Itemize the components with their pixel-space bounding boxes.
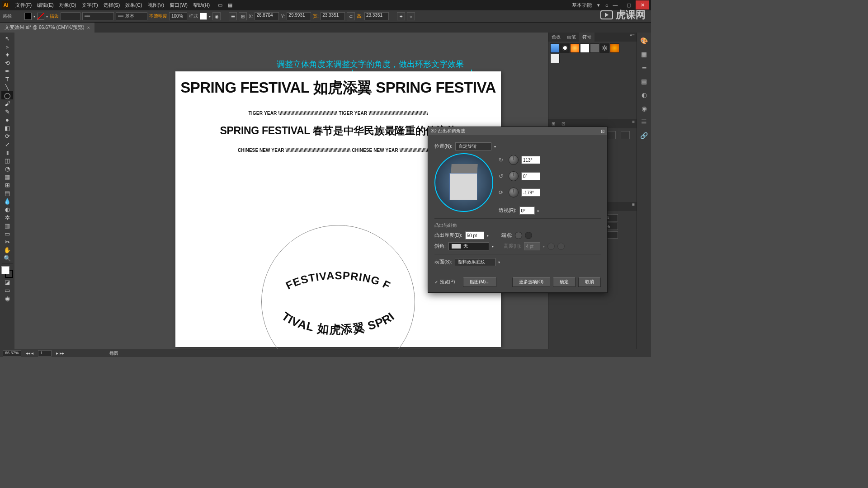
h-field[interactable]: 23.3351 [364,12,389,20]
column-graph-tool[interactable]: ▥ [1,221,13,230]
arrange-icon[interactable]: ▦ [228,2,232,8]
shape-builder-tool[interactable]: ◔ [1,164,13,173]
panel-menu-icon[interactable]: ≡ [630,202,637,211]
selection-tool[interactable]: ↖ [1,34,13,42]
dialog-titlebar[interactable]: 3D 凸出和斜角选 ⊡ [428,127,607,135]
artboard-nav-next[interactable]: ▸ ▸▸ [56,351,64,356]
workspace-selector[interactable]: 基本功能 [568,2,595,9]
dialog-close-icon[interactable]: ⊡ [601,129,604,134]
blob-brush-tool[interactable]: ● [1,116,13,124]
stroke-weight[interactable] [61,12,80,20]
recolor-icon[interactable]: ◉ [212,12,221,20]
rot-y-dial[interactable] [509,171,519,181]
search-icon[interactable]: ⌕ [605,2,609,8]
pencil-tool[interactable]: ✎ [1,108,13,116]
rot-z-dial[interactable] [509,188,519,197]
opacity-label[interactable]: 不透明度 [149,13,167,19]
tab-swatches[interactable]: 色板 [548,33,564,42]
ring-text-3d[interactable]: FESTIVASPRING F TIVAL 如虎添翼 SPRI [261,225,415,349]
swatch-item[interactable] [580,43,590,53]
brush-def[interactable]: ━━ 基本 [116,12,147,20]
fill-swatch[interactable] [24,13,32,20]
slice-tool[interactable]: ✂ [1,238,13,246]
blend-tool[interactable]: ◐ [1,205,13,213]
zoom-tool[interactable]: 🔍 [1,254,13,262]
artboard-tool[interactable]: ▭ [1,230,13,238]
menu-select[interactable]: 选择(S) [101,2,123,9]
eyedropper-tool[interactable]: 💧 [1,197,13,205]
lasso-tool[interactable]: ⟲ [1,59,13,67]
layers-panel-icon[interactable]: ☰ [640,117,649,127]
fill-stroke-indicator[interactable] [1,266,13,278]
eraser-tool[interactable]: ◧ [1,124,13,132]
link-wh-icon[interactable]: ⊂ [347,12,355,20]
swatch-item[interactable] [550,54,560,63]
width-tool[interactable]: ⫼ [1,148,13,156]
menu-help[interactable]: 帮助(H) [190,2,212,9]
transparency-panel-icon[interactable]: ◐ [640,90,649,99]
position-dropdown[interactable]: 自定旋转 [455,142,491,150]
stroke-panel-icon[interactable]: ━ [640,63,649,72]
stroke-label[interactable]: 描边 [50,13,59,19]
depth-field[interactable]: 50 pt [465,231,484,239]
align-icon[interactable]: ☰ [229,12,237,20]
mesh-tool[interactable]: ⊞ [1,181,13,189]
free-transform-tool[interactable]: ◫ [1,156,13,164]
perspective-tool[interactable]: ▦ [1,173,13,181]
x-field[interactable]: 26.8704 [255,12,279,20]
shape-icon[interactable]: ✦ [397,12,405,20]
menu-window[interactable]: 窗口(W) [167,2,190,9]
stroke-swatch[interactable] [37,13,44,20]
opacity-value[interactable]: 100% [169,12,187,20]
ellipse-tool[interactable]: ◯ [1,91,13,99]
tab-symbols[interactable]: 符号 [579,33,594,42]
menu-view[interactable]: 视图(V) [145,2,167,9]
zoom-field[interactable]: 66.67% [3,350,21,357]
rotate-tool[interactable]: ⟳ [1,132,13,140]
close-tab-icon[interactable]: × [87,25,90,30]
pen-tool[interactable]: ✒ [1,67,13,75]
menu-object[interactable]: 对象(O) [57,2,79,9]
links-panel-icon[interactable]: 🔗 [640,131,649,140]
symbol-sprayer-tool[interactable]: ✲ [1,213,13,221]
menu-edit[interactable]: 编辑(E) [34,2,57,9]
color-panel-icon[interactable]: 🎨 [640,36,649,45]
style-swatch[interactable] [200,13,207,20]
panel-menu-icon[interactable]: ≡ [630,119,637,128]
swatch-item[interactable] [610,43,619,53]
type-tool[interactable]: T [1,75,13,83]
track-cube[interactable] [434,153,493,212]
stroke-profile[interactable]: ━━ [82,12,114,20]
menu-file[interactable]: 文件(F) [13,2,34,9]
y-field[interactable]: 29.9931 [287,12,311,20]
cap-off-icon[interactable] [525,232,532,239]
panel-menu-icon[interactable]: »≡ [628,33,637,42]
swatch-item[interactable] [550,43,560,53]
menu-effect[interactable]: 效果(C) [123,2,145,9]
w-field[interactable]: 23.3351 [321,12,345,20]
map-art-button[interactable]: 贴图(M)... [463,277,496,287]
ok-button[interactable]: 确定 [553,277,576,287]
cap-on-icon[interactable] [515,232,522,239]
cancel-button[interactable]: 取消 [578,277,601,287]
magic-wand-tool[interactable]: ✦ [1,51,13,59]
gradient-panel-icon[interactable]: ▤ [640,77,649,86]
align-vcenter[interactable] [607,131,616,139]
scale-tool[interactable]: ⤢ [1,140,13,148]
more-icon[interactable]: ⟐ [407,12,415,20]
direct-selection-tool[interactable]: ▹ [1,42,13,51]
rot-z-field[interactable]: -178° [521,188,540,197]
document-tab[interactable]: 文变效果.ai* @ 66.67% (CMYK/预览) × [0,23,94,33]
preview-checkbox[interactable]: ✓预览(P) [434,279,455,285]
draw-mode-icon[interactable]: ◉ [1,294,13,302]
gradient-tool[interactable]: ▤ [1,189,13,197]
menu-type[interactable]: 文字(T) [79,2,101,9]
transform-grid-icon[interactable]: ⊞ [239,12,247,20]
swatch-item[interactable] [590,43,599,53]
perspective-field[interactable]: 0° [519,206,535,215]
swatches-panel-icon[interactable]: ▦ [640,50,649,59]
tab-brushes[interactable]: 画笔 [564,33,579,42]
rot-x-dial[interactable] [509,155,519,165]
screen-mode-icon[interactable]: ▭ [1,286,13,294]
surface-dropdown[interactable]: 塑料效果底纹 [455,258,495,266]
